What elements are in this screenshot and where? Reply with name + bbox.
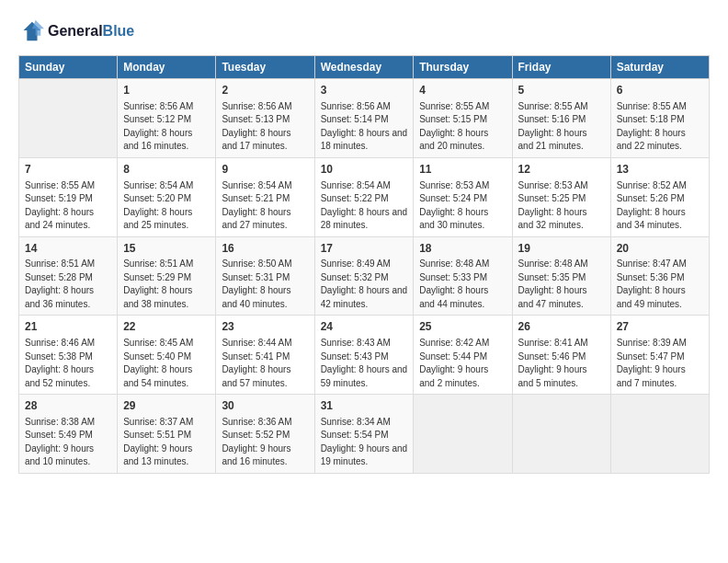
day-number: 9 (222, 162, 308, 178)
calendar-cell: 5Sunrise: 8:55 AMSunset: 5:16 PMDaylight… (512, 79, 610, 158)
day-number: 23 (222, 319, 308, 335)
day-info: Sunrise: 8:49 AMSunset: 5:32 PMDaylight:… (321, 258, 408, 311)
day-number: 24 (321, 319, 408, 335)
day-info: Sunrise: 8:55 AMSunset: 5:18 PMDaylight:… (617, 100, 703, 154)
calendar-cell: 11Sunrise: 8:53 AMSunset: 5:24 PMDayligh… (414, 157, 512, 236)
column-header-monday: Monday (118, 56, 216, 79)
calendar-cell: 22Sunrise: 8:45 AMSunset: 5:40 PMDayligh… (118, 316, 216, 395)
header: GeneralBlue (18, 18, 710, 44)
day-info: Sunrise: 8:50 AMSunset: 5:31 PMDaylight:… (222, 258, 308, 311)
day-info: Sunrise: 8:56 AMSunset: 5:12 PMDaylight:… (123, 100, 210, 154)
day-info: Sunrise: 8:47 AMSunset: 5:36 PMDaylight:… (617, 258, 703, 311)
calendar-cell (19, 79, 118, 158)
calendar-cell: 8Sunrise: 8:54 AMSunset: 5:20 PMDaylight… (118, 157, 216, 236)
calendar-cell: 7Sunrise: 8:55 AMSunset: 5:19 PMDaylight… (19, 157, 118, 236)
calendar-cell: 14Sunrise: 8:51 AMSunset: 5:28 PMDayligh… (19, 236, 118, 316)
day-number: 8 (123, 162, 210, 178)
day-info: Sunrise: 8:51 AMSunset: 5:28 PMDaylight:… (25, 258, 111, 311)
calendar-cell: 24Sunrise: 8:43 AMSunset: 5:43 PMDayligh… (314, 316, 414, 395)
calendar-cell: 19Sunrise: 8:48 AMSunset: 5:35 PMDayligh… (512, 236, 610, 316)
day-number: 11 (419, 162, 506, 178)
day-number: 16 (222, 241, 308, 257)
day-number: 4 (419, 83, 506, 98)
calendar-cell: 4Sunrise: 8:55 AMSunset: 5:15 PMDaylight… (414, 79, 512, 158)
day-number: 13 (617, 162, 703, 178)
calendar-cell: 16Sunrise: 8:50 AMSunset: 5:31 PMDayligh… (216, 236, 314, 316)
calendar-cell: 17Sunrise: 8:49 AMSunset: 5:32 PMDayligh… (314, 236, 414, 316)
day-number: 14 (25, 241, 111, 257)
calendar-cell: 28Sunrise: 8:38 AMSunset: 5:49 PMDayligh… (19, 395, 118, 474)
calendar-cell: 13Sunrise: 8:52 AMSunset: 5:26 PMDayligh… (610, 157, 709, 236)
day-number: 25 (419, 319, 506, 335)
day-number: 10 (321, 162, 408, 178)
day-info: Sunrise: 8:45 AMSunset: 5:40 PMDaylight:… (123, 337, 210, 390)
day-info: Sunrise: 8:42 AMSunset: 5:44 PMDaylight:… (419, 337, 506, 390)
column-header-thursday: Thursday (414, 56, 512, 79)
day-info: Sunrise: 8:41 AMSunset: 5:46 PMDaylight:… (518, 337, 605, 390)
day-info: Sunrise: 8:37 AMSunset: 5:51 PMDaylight:… (123, 416, 210, 469)
calendar-cell: 23Sunrise: 8:44 AMSunset: 5:41 PMDayligh… (216, 316, 314, 395)
day-info: Sunrise: 8:55 AMSunset: 5:15 PMDaylight:… (419, 100, 506, 154)
header-row: SundayMondayTuesdayWednesdayThursdayFrid… (19, 56, 710, 79)
logo: GeneralBlue (18, 18, 134, 44)
day-info: Sunrise: 8:55 AMSunset: 5:16 PMDaylight:… (518, 100, 605, 154)
day-number: 28 (25, 398, 111, 414)
calendar-cell: 26Sunrise: 8:41 AMSunset: 5:46 PMDayligh… (512, 316, 610, 395)
day-number: 15 (123, 241, 210, 257)
day-info: Sunrise: 8:54 AMSunset: 5:22 PMDaylight:… (321, 179, 408, 233)
calendar-cell: 12Sunrise: 8:53 AMSunset: 5:25 PMDayligh… (512, 157, 610, 236)
day-info: Sunrise: 8:43 AMSunset: 5:43 PMDaylight:… (321, 337, 408, 390)
day-number: 7 (25, 162, 111, 178)
calendar-cell: 15Sunrise: 8:51 AMSunset: 5:29 PMDayligh… (118, 236, 216, 316)
column-header-sunday: Sunday (19, 56, 118, 79)
week-row-3: 14Sunrise: 8:51 AMSunset: 5:28 PMDayligh… (19, 236, 710, 316)
day-info: Sunrise: 8:56 AMSunset: 5:14 PMDaylight:… (321, 100, 408, 154)
calendar-cell: 2Sunrise: 8:56 AMSunset: 5:13 PMDaylight… (216, 79, 314, 158)
week-row-1: 1Sunrise: 8:56 AMSunset: 5:12 PMDaylight… (19, 79, 710, 158)
day-number: 2 (222, 83, 308, 98)
day-info: Sunrise: 8:44 AMSunset: 5:41 PMDaylight:… (222, 337, 308, 390)
week-row-5: 28Sunrise: 8:38 AMSunset: 5:49 PMDayligh… (19, 395, 710, 474)
calendar-cell: 18Sunrise: 8:48 AMSunset: 5:33 PMDayligh… (414, 236, 512, 316)
day-number: 18 (419, 241, 506, 257)
day-info: Sunrise: 8:36 AMSunset: 5:52 PMDaylight:… (222, 416, 308, 469)
week-row-4: 21Sunrise: 8:46 AMSunset: 5:38 PMDayligh… (19, 316, 710, 395)
day-number: 6 (617, 83, 703, 98)
calendar-cell: 25Sunrise: 8:42 AMSunset: 5:44 PMDayligh… (414, 316, 512, 395)
day-number: 17 (321, 241, 408, 257)
day-number: 20 (617, 241, 703, 257)
calendar-cell (610, 395, 709, 474)
calendar-cell (512, 395, 610, 474)
column-header-friday: Friday (512, 56, 610, 79)
calendar-cell: 27Sunrise: 8:39 AMSunset: 5:47 PMDayligh… (610, 316, 709, 395)
day-number: 19 (518, 241, 605, 257)
calendar-cell: 1Sunrise: 8:56 AMSunset: 5:12 PMDaylight… (118, 79, 216, 158)
day-number: 12 (518, 162, 605, 178)
column-header-wednesday: Wednesday (314, 56, 414, 79)
day-number: 5 (518, 83, 605, 98)
day-info: Sunrise: 8:38 AMSunset: 5:49 PMDaylight:… (25, 416, 111, 469)
calendar-cell: 6Sunrise: 8:55 AMSunset: 5:18 PMDaylight… (610, 79, 709, 158)
day-info: Sunrise: 8:55 AMSunset: 5:19 PMDaylight:… (25, 179, 111, 233)
calendar-cell (414, 395, 512, 474)
day-number: 22 (123, 319, 210, 335)
calendar-cell: 29Sunrise: 8:37 AMSunset: 5:51 PMDayligh… (118, 395, 216, 474)
calendar-cell: 31Sunrise: 8:34 AMSunset: 5:54 PMDayligh… (314, 395, 414, 474)
calendar-cell: 9Sunrise: 8:54 AMSunset: 5:21 PMDaylight… (216, 157, 314, 236)
logo-icon (18, 18, 44, 44)
day-info: Sunrise: 8:48 AMSunset: 5:35 PMDaylight:… (518, 258, 605, 311)
day-info: Sunrise: 8:54 AMSunset: 5:21 PMDaylight:… (222, 179, 308, 233)
logo-text: GeneralBlue (48, 23, 134, 40)
calendar-cell: 20Sunrise: 8:47 AMSunset: 5:36 PMDayligh… (610, 236, 709, 316)
calendar-page: GeneralBlue SundayMondayTuesdayWednesday… (0, 0, 728, 483)
column-header-saturday: Saturday (610, 56, 709, 79)
calendar-cell: 10Sunrise: 8:54 AMSunset: 5:22 PMDayligh… (314, 157, 414, 236)
day-number: 29 (123, 398, 210, 414)
column-header-tuesday: Tuesday (216, 56, 314, 79)
day-info: Sunrise: 8:34 AMSunset: 5:54 PMDaylight:… (321, 416, 408, 469)
day-info: Sunrise: 8:53 AMSunset: 5:25 PMDaylight:… (518, 179, 605, 233)
day-info: Sunrise: 8:56 AMSunset: 5:13 PMDaylight:… (222, 100, 308, 154)
day-info: Sunrise: 8:48 AMSunset: 5:33 PMDaylight:… (419, 258, 506, 311)
day-info: Sunrise: 8:53 AMSunset: 5:24 PMDaylight:… (419, 179, 506, 233)
week-row-2: 7Sunrise: 8:55 AMSunset: 5:19 PMDaylight… (19, 157, 710, 236)
